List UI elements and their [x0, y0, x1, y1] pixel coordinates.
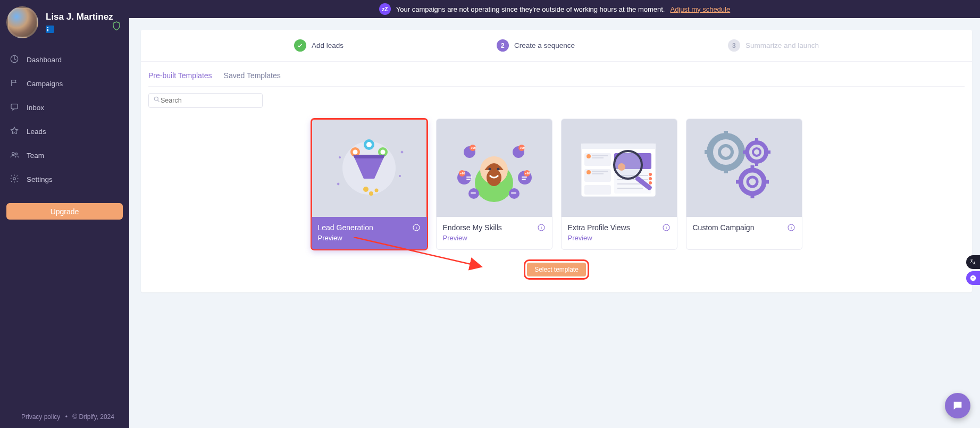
svg-point-93	[973, 278, 974, 279]
svg-point-8	[366, 142, 372, 147]
sidebar-item-leads[interactable]: Leads	[0, 120, 129, 144]
sleep-icon: zZ	[379, 3, 391, 15]
svg-rect-54	[592, 157, 604, 158]
sidebar-item-campaigns[interactable]: Campaigns	[0, 72, 129, 96]
translate-fab[interactable]	[966, 255, 980, 269]
svg-rect-86	[751, 194, 755, 198]
star-icon	[10, 126, 19, 137]
template-preview-link[interactable]: Preview	[443, 234, 546, 242]
template-illustration	[312, 119, 427, 217]
select-template-row: Select template	[141, 258, 972, 292]
svg-point-24	[489, 168, 491, 171]
step-add-leads[interactable]: Add leads	[294, 39, 344, 52]
sidebar: Lisa J. Martinez Dashboard Campaigns Inb…	[0, 0, 129, 428]
template-extra-profile-views[interactable]: Extra Profile Views Preview	[561, 119, 677, 250]
banner-link[interactable]: Adjust my schedule	[670, 5, 730, 13]
svg-rect-74	[724, 168, 728, 173]
team-icon	[10, 150, 19, 161]
tab-saved[interactable]: Saved Templates	[224, 71, 281, 81]
svg-rect-51	[584, 185, 611, 195]
svg-rect-57	[592, 173, 604, 174]
privacy-link[interactable]: Privacy policy	[21, 413, 60, 421]
template-preview-link[interactable]: Preview	[568, 234, 671, 242]
gear-icon	[10, 174, 19, 185]
svg-rect-45	[511, 192, 516, 194]
sidebar-item-inbox[interactable]: Inbox	[0, 96, 129, 120]
svg-rect-80	[755, 162, 758, 166]
check-icon	[294, 39, 306, 52]
svg-point-92	[972, 278, 973, 279]
dashboard-icon	[10, 54, 19, 65]
sidebar-item-label: Leads	[27, 128, 46, 136]
sidebar-item-settings[interactable]: Settings	[0, 167, 129, 191]
svg-point-15	[375, 189, 379, 192]
template-lead-generation[interactable]: Lead Generation Preview	[311, 119, 428, 250]
step-label: Summarize and launch	[746, 41, 819, 49]
banner: zZ Your campaigns are not operating sinc…	[129, 0, 980, 18]
sidebar-item-dashboard[interactable]: Dashboard	[0, 48, 129, 72]
svg-rect-75	[705, 150, 710, 154]
template-preview-link[interactable]: Preview	[318, 234, 421, 242]
svg-point-65	[649, 173, 652, 176]
step-number: 2	[497, 39, 509, 52]
svg-text:+99: +99	[525, 172, 531, 175]
flag-icon	[10, 78, 19, 89]
step-create-sequence[interactable]: 2 Create a sequence	[497, 39, 575, 52]
svg-point-66	[649, 177, 652, 180]
select-template-button[interactable]: Select template	[527, 263, 586, 276]
svg-point-78	[753, 148, 760, 156]
svg-rect-56	[592, 171, 608, 172]
step-number: 3	[728, 39, 740, 52]
svg-point-3	[15, 153, 18, 155]
sidebar-item-label: Team	[27, 152, 44, 160]
upgrade-button[interactable]: Upgrade	[6, 203, 123, 220]
avatar[interactable]	[6, 6, 38, 38]
svg-point-55	[587, 170, 591, 174]
template-title: Endorse My Skills	[443, 223, 546, 232]
main: zZ Your campaigns are not operating sinc…	[129, 0, 980, 428]
sidebar-item-team[interactable]: Team	[0, 144, 129, 167]
info-icon[interactable]	[537, 223, 546, 234]
template-custom-campaign[interactable]: Custom Campaign	[686, 119, 802, 250]
svg-rect-79	[755, 138, 758, 142]
svg-rect-19	[400, 150, 404, 154]
shield-icon	[112, 21, 121, 33]
step-label: Add leads	[312, 41, 344, 49]
template-body: Custom Campaign	[686, 217, 802, 239]
chat-fab[interactable]	[945, 393, 970, 418]
tab-prebuilt[interactable]: Pre-built Templates	[148, 71, 212, 81]
template-illustration	[686, 119, 802, 217]
help-fab[interactable]	[966, 271, 980, 285]
svg-point-67	[649, 181, 652, 184]
info-icon[interactable]	[787, 223, 795, 234]
svg-rect-81	[743, 150, 747, 154]
template-endorse-skills[interactable]: +99+99+99+99 Endorse My Skills Preview	[436, 119, 552, 250]
svg-point-13	[363, 187, 368, 192]
sidebar-nav: Dashboard Campaigns Inbox Leads Team Set…	[0, 44, 129, 191]
template-body: Endorse My Skills Preview	[437, 217, 552, 249]
svg-point-68	[614, 151, 642, 179]
content: Add leads 2 Create a sequence 3 Summariz…	[129, 18, 980, 428]
svg-rect-85	[751, 165, 755, 170]
linkedin-icon	[46, 26, 54, 33]
banner-text: Your campaigns are not operating since t…	[396, 5, 665, 13]
search-input[interactable]	[161, 97, 258, 104]
info-icon[interactable]	[662, 223, 671, 234]
info-icon[interactable]	[412, 223, 421, 234]
svg-text:+99: +99	[460, 172, 466, 175]
side-fabs	[966, 255, 980, 285]
svg-rect-87	[736, 180, 741, 184]
svg-point-2	[12, 153, 15, 155]
svg-point-25	[497, 168, 500, 171]
svg-text:+99: +99	[520, 146, 525, 149]
template-body: Extra Profile Views Preview	[562, 217, 677, 249]
svg-point-17	[399, 175, 401, 177]
sidebar-item-label: Settings	[27, 175, 53, 183]
search-wrap	[141, 87, 972, 108]
svg-rect-43	[522, 179, 526, 180]
svg-point-16	[339, 156, 341, 158]
profile-block: Lisa J. Martinez	[0, 0, 129, 44]
search-box[interactable]	[148, 93, 263, 108]
profile-name: Lisa J. Martinez	[46, 12, 113, 22]
svg-rect-41	[466, 179, 471, 180]
